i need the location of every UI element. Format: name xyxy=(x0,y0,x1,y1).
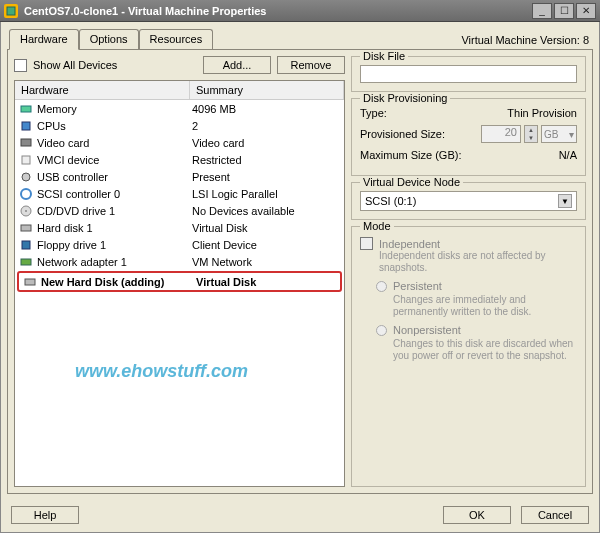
disk-provisioning-group: Disk Provisioning Type: Thin Provision P… xyxy=(351,98,586,176)
usb-icon xyxy=(19,170,33,184)
hardware-name: VMCI device xyxy=(37,154,192,166)
svg-rect-0 xyxy=(7,7,15,15)
hardware-list-header: Hardware Summary xyxy=(15,81,344,100)
independent-label: Independent xyxy=(379,238,440,250)
toolbar-row: Show All Devices Add... Remove xyxy=(14,56,345,74)
hardware-row[interactable]: Hard disk 1Virtual Disk xyxy=(15,219,344,236)
nonpersistent-label: Nonpersistent xyxy=(393,324,461,336)
prov-size-input[interactable]: 20 xyxy=(481,125,521,143)
hardware-row[interactable]: New Hard Disk (adding)Virtual Disk xyxy=(19,273,340,290)
scsi-icon xyxy=(19,187,33,201)
disk-file-group: Disk File xyxy=(351,56,586,92)
cpu-icon xyxy=(19,119,33,133)
column-summary[interactable]: Summary xyxy=(190,81,344,99)
hardware-name: CD/DVD drive 1 xyxy=(37,205,192,217)
vdn-value: SCSI (0:1) xyxy=(365,195,416,207)
memory-icon xyxy=(19,102,33,116)
tab-hardware[interactable]: Hardware xyxy=(9,29,79,50)
vmci-icon xyxy=(19,153,33,167)
hardware-row[interactable]: CPUs2 xyxy=(15,117,344,134)
hardware-name: Hard disk 1 xyxy=(37,222,192,234)
tab-options[interactable]: Options xyxy=(79,29,139,50)
persistent-radio xyxy=(376,281,387,292)
hardware-name: Video card xyxy=(37,137,192,149)
hardware-summary: Virtual Disk xyxy=(192,222,340,234)
disk-icon xyxy=(23,275,37,289)
tab-body: Show All Devices Add... Remove Hardware … xyxy=(7,49,593,494)
persistent-desc: Changes are immediately and permanently … xyxy=(393,294,577,318)
help-button[interactable]: Help xyxy=(11,506,79,524)
prov-size-spinner[interactable]: ▲▼ xyxy=(524,125,538,143)
ok-button[interactable]: OK xyxy=(443,506,511,524)
minimize-button[interactable]: _ xyxy=(532,3,552,19)
independent-desc: Independent disks are not affected by sn… xyxy=(379,250,577,274)
hardware-row[interactable]: Memory4096 MB xyxy=(15,100,344,117)
prov-max-label: Maximum Size (GB): xyxy=(360,149,461,161)
hardware-summary: VM Network xyxy=(192,256,340,268)
close-button[interactable]: ✕ xyxy=(576,3,596,19)
right-pane: Disk File Disk Provisioning Type: Thin P… xyxy=(351,56,586,487)
left-pane: Show All Devices Add... Remove Hardware … xyxy=(14,56,345,487)
prov-type-label: Type: xyxy=(360,107,387,119)
hardware-row[interactable]: Video cardVideo card xyxy=(15,134,344,151)
video-icon xyxy=(19,136,33,150)
svg-rect-12 xyxy=(25,279,35,285)
hardware-row[interactable]: SCSI controller 0LSI Logic Parallel xyxy=(15,185,344,202)
disk-file-input[interactable] xyxy=(360,65,577,83)
mode-group: Mode Independent Independent disks are n… xyxy=(351,226,586,487)
hardware-summary: 4096 MB xyxy=(192,103,340,115)
hardware-summary: LSI Logic Parallel xyxy=(192,188,340,200)
hardware-summary: No Devices available xyxy=(192,205,340,217)
hardware-row[interactable]: CD/DVD drive 1No Devices available xyxy=(15,202,344,219)
hardware-name: CPUs xyxy=(37,120,192,132)
disk-file-legend: Disk File xyxy=(360,50,408,62)
hardware-row[interactable]: Floppy drive 1Client Device xyxy=(15,236,344,253)
hardware-name: USB controller xyxy=(37,171,192,183)
tab-resources[interactable]: Resources xyxy=(139,29,214,50)
hardware-list: Hardware Summary Memory4096 MBCPUs2Video… xyxy=(14,80,345,487)
remove-button[interactable]: Remove xyxy=(277,56,345,74)
svg-point-6 xyxy=(21,189,31,199)
svg-point-8 xyxy=(25,210,27,212)
dialog-client: Virtual Machine Version: 8 Hardware Opti… xyxy=(0,22,600,533)
app-icon xyxy=(4,4,18,18)
disk-icon xyxy=(19,221,33,235)
hardware-row[interactable]: VMCI deviceRestricted xyxy=(15,151,344,168)
prov-size-unit[interactable]: GB▾ xyxy=(541,125,577,143)
nonpersistent-desc: Changes to this disk are discarded when … xyxy=(393,338,577,362)
hardware-row[interactable]: Network adapter 1VM Network xyxy=(15,253,344,270)
independent-checkbox xyxy=(360,237,373,250)
hardware-name: New Hard Disk (adding) xyxy=(41,276,196,288)
column-hardware[interactable]: Hardware xyxy=(15,81,190,99)
hardware-summary: Video card xyxy=(192,137,340,149)
show-all-devices-checkbox[interactable] xyxy=(14,59,27,72)
hardware-name: Network adapter 1 xyxy=(37,256,192,268)
mode-legend: Mode xyxy=(360,220,394,232)
dialog-footer: Help OK Cancel xyxy=(11,506,589,524)
window-title: CentOS7.0-clone1 - Virtual Machine Prope… xyxy=(24,5,530,17)
hardware-row[interactable]: USB controllerPresent xyxy=(15,168,344,185)
maximize-button[interactable]: ☐ xyxy=(554,3,574,19)
hardware-summary: Virtual Disk xyxy=(196,276,336,288)
hardware-name: Memory xyxy=(37,103,192,115)
svg-rect-11 xyxy=(21,259,31,265)
cddvd-icon xyxy=(19,204,33,218)
vdn-select[interactable]: SCSI (0:1) ▼ xyxy=(360,191,577,211)
svg-rect-3 xyxy=(21,139,31,146)
svg-rect-9 xyxy=(21,225,31,231)
add-button[interactable]: Add... xyxy=(203,56,271,74)
svg-rect-10 xyxy=(22,241,30,249)
virtual-device-node-group: Virtual Device Node SCSI (0:1) ▼ xyxy=(351,182,586,220)
chevron-down-icon: ▼ xyxy=(558,194,572,208)
persistent-label: Persistent xyxy=(393,280,442,292)
disk-provisioning-legend: Disk Provisioning xyxy=(360,92,450,104)
hardware-summary: 2 xyxy=(192,120,340,132)
prov-max-value: N/A xyxy=(559,149,577,161)
hardware-name: SCSI controller 0 xyxy=(37,188,192,200)
nonpersistent-radio xyxy=(376,325,387,336)
titlebar: CentOS7.0-clone1 - Virtual Machine Prope… xyxy=(0,0,600,22)
hardware-name: Floppy drive 1 xyxy=(37,239,192,251)
svg-point-5 xyxy=(22,173,30,181)
hardware-rows: Memory4096 MBCPUs2Video cardVideo cardVM… xyxy=(15,100,344,486)
cancel-button[interactable]: Cancel xyxy=(521,506,589,524)
